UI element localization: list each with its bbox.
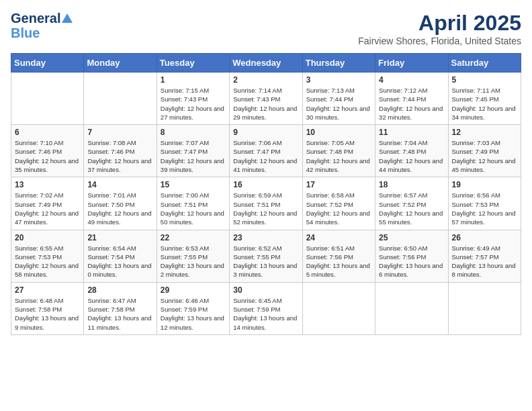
day-number: 21: [87, 233, 152, 242]
calendar-cell: 12Sunrise: 7:03 AM Sunset: 7:49 PM Dayli…: [448, 125, 521, 177]
day-info: Sunrise: 6:47 AM Sunset: 7:58 PM Dayligh…: [87, 296, 152, 332]
calendar-header-friday: Friday: [375, 54, 448, 73]
calendar-week-row: 27Sunrise: 6:48 AM Sunset: 7:58 PM Dayli…: [11, 282, 521, 334]
day-number: 23: [233, 233, 298, 242]
day-info: Sunrise: 6:53 AM Sunset: 7:55 PM Dayligh…: [161, 244, 226, 279]
calendar-cell: 28Sunrise: 6:47 AM Sunset: 7:58 PM Dayli…: [84, 282, 157, 334]
calendar-cell: 9Sunrise: 7:06 AM Sunset: 7:47 PM Daylig…: [230, 125, 302, 177]
logo-general: General: [11, 11, 60, 26]
day-number: 19: [452, 180, 517, 189]
day-info: Sunrise: 6:48 AM Sunset: 7:58 PM Dayligh…: [15, 296, 80, 332]
page-header: General Blue April 2025 Fairview Shores,…: [11, 11, 521, 46]
calendar-cell: 6Sunrise: 7:10 AM Sunset: 7:46 PM Daylig…: [11, 125, 84, 177]
day-number: 3: [306, 75, 371, 85]
day-number: 2: [233, 75, 298, 85]
calendar-cell: 19Sunrise: 6:56 AM Sunset: 7:53 PM Dayli…: [448, 177, 521, 230]
calendar-cell: 22Sunrise: 6:53 AM Sunset: 7:55 PM Dayli…: [157, 230, 229, 282]
day-info: Sunrise: 7:15 AM Sunset: 7:43 PM Dayligh…: [161, 86, 226, 122]
day-number: 11: [379, 128, 444, 137]
day-number: 7: [87, 128, 152, 137]
day-info: Sunrise: 7:06 AM Sunset: 7:47 PM Dayligh…: [233, 138, 298, 174]
day-info: Sunrise: 7:12 AM Sunset: 7:44 PM Dayligh…: [379, 86, 444, 122]
calendar-cell: 18Sunrise: 6:57 AM Sunset: 7:52 PM Dayli…: [375, 177, 448, 230]
day-info: Sunrise: 6:46 AM Sunset: 7:59 PM Dayligh…: [161, 296, 226, 332]
calendar-cell: [11, 73, 84, 125]
calendar-cell: 16Sunrise: 6:59 AM Sunset: 7:51 PM Dayli…: [230, 177, 302, 230]
day-number: 22: [161, 233, 226, 242]
day-number: 24: [306, 233, 371, 242]
day-number: 27: [15, 285, 80, 295]
calendar-cell: 5Sunrise: 7:11 AM Sunset: 7:45 PM Daylig…: [448, 73, 521, 125]
day-info: Sunrise: 7:10 AM Sunset: 7:46 PM Dayligh…: [15, 138, 80, 174]
day-info: Sunrise: 6:58 AM Sunset: 7:52 PM Dayligh…: [306, 191, 371, 226]
calendar-cell: 17Sunrise: 6:58 AM Sunset: 7:52 PM Dayli…: [302, 177, 375, 230]
day-info: Sunrise: 7:07 AM Sunset: 7:47 PM Dayligh…: [161, 138, 226, 174]
day-info: Sunrise: 6:52 AM Sunset: 7:55 PM Dayligh…: [233, 244, 298, 279]
calendar-cell: [84, 73, 157, 125]
calendar-cell: 7Sunrise: 7:08 AM Sunset: 7:46 PM Daylig…: [84, 125, 157, 177]
calendar-cell: 11Sunrise: 7:04 AM Sunset: 7:48 PM Dayli…: [375, 125, 448, 177]
calendar-cell: [448, 282, 521, 334]
calendar-cell: 14Sunrise: 7:01 AM Sunset: 7:50 PM Dayli…: [84, 177, 157, 230]
day-info: Sunrise: 7:05 AM Sunset: 7:48 PM Dayligh…: [306, 138, 371, 174]
calendar-cell: 23Sunrise: 6:52 AM Sunset: 7:55 PM Dayli…: [230, 230, 302, 282]
calendar-cell: [302, 282, 375, 334]
day-info: Sunrise: 7:03 AM Sunset: 7:49 PM Dayligh…: [452, 138, 517, 174]
calendar-cell: 10Sunrise: 7:05 AM Sunset: 7:48 PM Dayli…: [302, 125, 375, 177]
day-number: 18: [379, 180, 444, 189]
calendar-header-sunday: Sunday: [11, 54, 84, 73]
day-number: 17: [306, 180, 371, 189]
day-number: 14: [87, 180, 152, 189]
calendar-cell: 13Sunrise: 7:02 AM Sunset: 7:49 PM Dayli…: [11, 177, 84, 230]
calendar-week-row: 13Sunrise: 7:02 AM Sunset: 7:49 PM Dayli…: [11, 177, 521, 230]
day-number: 15: [161, 180, 226, 189]
day-info: Sunrise: 6:51 AM Sunset: 7:56 PM Dayligh…: [306, 244, 371, 279]
calendar-cell: 3Sunrise: 7:13 AM Sunset: 7:44 PM Daylig…: [302, 73, 375, 125]
calendar-cell: 8Sunrise: 7:07 AM Sunset: 7:47 PM Daylig…: [157, 125, 229, 177]
day-number: 5: [452, 75, 517, 85]
day-info: Sunrise: 7:02 AM Sunset: 7:49 PM Dayligh…: [15, 191, 80, 226]
day-number: 12: [452, 128, 517, 137]
day-info: Sunrise: 7:11 AM Sunset: 7:45 PM Dayligh…: [452, 86, 517, 122]
day-number: 20: [15, 233, 80, 242]
calendar-cell: 1Sunrise: 7:15 AM Sunset: 7:43 PM Daylig…: [157, 73, 229, 125]
calendar-header-tuesday: Tuesday: [157, 54, 229, 73]
calendar-table: SundayMondayTuesdayWednesdayThursdayFrid…: [11, 53, 521, 335]
calendar-header-monday: Monday: [84, 54, 157, 73]
calendar-header-thursday: Thursday: [302, 54, 375, 73]
title-area: April 2025 Fairview Shores, Florida, Uni…: [358, 11, 521, 46]
day-info: Sunrise: 7:13 AM Sunset: 7:44 PM Dayligh…: [306, 86, 371, 122]
calendar-cell: 15Sunrise: 7:00 AM Sunset: 7:51 PM Dayli…: [157, 177, 229, 230]
day-info: Sunrise: 7:08 AM Sunset: 7:46 PM Dayligh…: [87, 138, 152, 174]
logo: General Blue: [11, 11, 73, 40]
day-number: 10: [306, 128, 371, 137]
month-title: April 2025: [358, 11, 521, 36]
calendar-cell: 27Sunrise: 6:48 AM Sunset: 7:58 PM Dayli…: [11, 282, 84, 334]
day-number: 13: [15, 180, 80, 189]
day-info: Sunrise: 6:57 AM Sunset: 7:52 PM Dayligh…: [379, 191, 444, 226]
calendar-week-row: 20Sunrise: 6:55 AM Sunset: 7:53 PM Dayli…: [11, 230, 521, 282]
logo-triangle-icon: [62, 13, 73, 23]
day-number: 29: [161, 285, 226, 295]
day-info: Sunrise: 6:55 AM Sunset: 7:53 PM Dayligh…: [15, 244, 80, 279]
day-info: Sunrise: 6:49 AM Sunset: 7:57 PM Dayligh…: [452, 244, 517, 279]
day-info: Sunrise: 6:50 AM Sunset: 7:56 PM Dayligh…: [379, 244, 444, 279]
day-number: 25: [379, 233, 444, 242]
calendar-cell: 26Sunrise: 6:49 AM Sunset: 7:57 PM Dayli…: [448, 230, 521, 282]
calendar-week-row: 1Sunrise: 7:15 AM Sunset: 7:43 PM Daylig…: [11, 73, 521, 125]
calendar-cell: 20Sunrise: 6:55 AM Sunset: 7:53 PM Dayli…: [11, 230, 84, 282]
day-number: 8: [161, 128, 226, 137]
calendar-cell: 29Sunrise: 6:46 AM Sunset: 7:59 PM Dayli…: [157, 282, 229, 334]
day-number: 28: [87, 285, 152, 295]
day-info: Sunrise: 6:56 AM Sunset: 7:53 PM Dayligh…: [452, 191, 517, 226]
day-info: Sunrise: 6:59 AM Sunset: 7:51 PM Dayligh…: [233, 191, 298, 226]
day-info: Sunrise: 6:45 AM Sunset: 7:59 PM Dayligh…: [233, 296, 298, 332]
calendar-cell: 21Sunrise: 6:54 AM Sunset: 7:54 PM Dayli…: [84, 230, 157, 282]
day-info: Sunrise: 7:00 AM Sunset: 7:51 PM Dayligh…: [161, 191, 226, 226]
day-number: 16: [233, 180, 298, 189]
location: Fairview Shores, Florida, United States: [358, 36, 521, 46]
day-number: 1: [161, 75, 226, 85]
day-info: Sunrise: 7:01 AM Sunset: 7:50 PM Dayligh…: [87, 191, 152, 226]
day-info: Sunrise: 7:04 AM Sunset: 7:48 PM Dayligh…: [379, 138, 444, 174]
calendar-cell: 4Sunrise: 7:12 AM Sunset: 7:44 PM Daylig…: [375, 73, 448, 125]
